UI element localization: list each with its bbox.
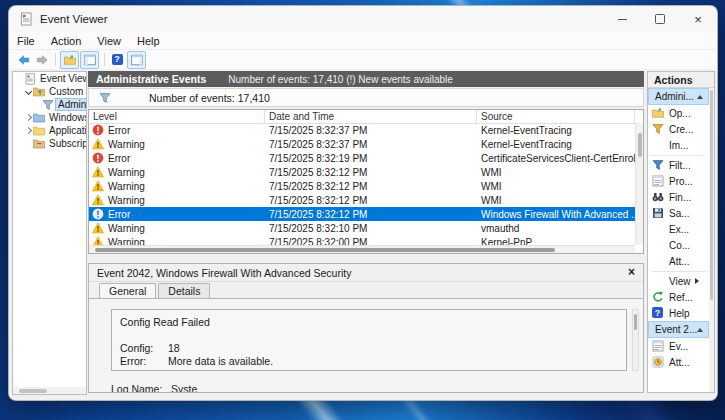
chevron-down-icon[interactable] [24, 87, 33, 96]
warning-icon [92, 222, 104, 234]
actions-item[interactable]: ?Help [648, 305, 709, 321]
event-row[interactable]: Warning7/15/2025 8:32:10 PMvmauthd [89, 221, 635, 235]
tree-item[interactable]: Event Viewer ( [13, 72, 86, 85]
actions-item[interactable]: Cre... [648, 121, 709, 137]
filter-blue-icon [652, 159, 664, 171]
chevron-spacer [33, 100, 42, 109]
event-description-box[interactable]: Config Read Failed Config:18Error:More d… [111, 309, 627, 371]
actions-pane: Actions Admini...Op...Cre...Im...Filt...… [647, 71, 715, 393]
tree-item[interactable]: Admin [13, 98, 86, 111]
actions-item-label: Att... [669, 357, 690, 368]
column-header-date[interactable]: Date and Time [265, 110, 477, 123]
actions-section-header[interactable]: Admini... [648, 88, 709, 105]
event-row[interactable]: Error7/15/2025 8:32:37 PMKernel-EventTra… [89, 123, 635, 137]
event-level-label: Warning [108, 139, 145, 150]
column-header-source[interactable]: Source [477, 110, 635, 123]
actions-item-label: Filt... [669, 160, 691, 171]
maximize-button[interactable] [641, 6, 679, 32]
actions-item[interactable]: Pro... [648, 173, 709, 189]
field-value: More data is available. [168, 355, 273, 368]
back-button[interactable] [15, 52, 32, 68]
event-row[interactable]: Error7/15/2025 8:32:19 PMCertificateServ… [89, 151, 635, 165]
actions-item[interactable]: Att... [648, 354, 709, 370]
event-list-horizontal-scrollbar[interactable] [89, 245, 635, 253]
console-tree-button[interactable] [80, 51, 99, 69]
event-date-cell: 7/15/2025 8:32:12 PM [265, 195, 477, 206]
actions-item[interactable]: Ev... [648, 338, 709, 354]
menu-help[interactable]: Help [129, 35, 168, 47]
filter-yellow-icon [652, 123, 664, 135]
event-level-cell: Error [89, 208, 265, 220]
actions-scroll-thumb[interactable] [710, 90, 713, 300]
event-row[interactable]: Warning7/15/2025 8:32:37 PMKernel-EventT… [89, 137, 635, 151]
minimize-button[interactable] [603, 6, 641, 32]
actions-scrollbar[interactable] [709, 88, 714, 392]
actions-item[interactable]: Op... [648, 105, 709, 121]
action-pane-button[interactable] [127, 51, 146, 69]
folder-views-icon [33, 86, 45, 98]
description-scrollbar[interactable] [632, 309, 639, 371]
tree-item[interactable]: Subscriptio [13, 137, 86, 150]
event-row[interactable]: Error7/15/2025 8:32:12 PMWindows Firewal… [89, 207, 635, 221]
event-source-cell: WMI [477, 167, 635, 178]
preview-pane: Event 2042, Windows Firewall With Advanc… [88, 263, 644, 393]
preview-close-button[interactable]: × [628, 265, 635, 279]
chevron-right-icon[interactable] [24, 113, 33, 122]
actions-item[interactable]: View [648, 273, 709, 289]
tree-item[interactable]: Custom Vi [13, 85, 86, 98]
open-folder-icon [652, 107, 664, 119]
event-row[interactable]: Warning7/15/2025 8:32:12 PMWMI [89, 193, 635, 207]
actions-item[interactable]: Sa... [648, 205, 709, 221]
actions-item[interactable]: Ref... [648, 289, 709, 305]
event-level-cell: Warning [89, 138, 265, 150]
warning-icon [92, 166, 104, 178]
warning-icon [92, 180, 104, 192]
help-button[interactable]: ? [109, 52, 126, 68]
actions-item[interactable]: Co... [648, 237, 709, 253]
actions-item[interactable]: Filt... [648, 157, 709, 173]
actions-item[interactable]: Ex... [648, 221, 709, 237]
tree-scroll-thumb[interactable] [19, 389, 47, 393]
actions-item[interactable]: Im... [648, 137, 709, 153]
actions-section-header[interactable]: Event 2... [648, 321, 709, 338]
menu-bar: FileActionViewHelp [9, 32, 717, 50]
collapse-arrow-icon[interactable] [697, 95, 703, 99]
title-bar[interactable]: Event Viewer × [9, 6, 717, 32]
event-row[interactable]: Warning7/15/2025 8:32:12 PMWMI [89, 165, 635, 179]
collapse-arrow-icon[interactable] [697, 328, 703, 332]
menu-view[interactable]: View [89, 35, 129, 47]
actions-item-label: Ref... [669, 292, 693, 303]
event-date-cell: 7/15/2025 8:32:12 PM [265, 209, 477, 220]
actions-item-label: Cre... [669, 124, 693, 135]
tree-item[interactable]: Windows L [13, 111, 86, 124]
blank-icon [652, 255, 664, 267]
description-scroll-thumb[interactable] [634, 314, 637, 330]
folder-logs-icon [33, 112, 45, 124]
column-header-level[interactable]: Level [89, 110, 265, 123]
forward-button[interactable] [33, 52, 50, 68]
blank-icon [652, 139, 664, 151]
preview-body: Config Read Failed Config:18Error:More d… [89, 298, 643, 392]
actions-item-label: Fin... [669, 192, 691, 203]
actions-item[interactable]: Fin... [648, 189, 709, 205]
error-icon [92, 124, 104, 136]
actions-item[interactable]: Att... [648, 253, 709, 269]
menu-action[interactable]: Action [43, 35, 90, 47]
tree-horizontal-scrollbar[interactable] [13, 387, 86, 394]
event-date-cell: 7/15/2025 8:32:37 PM [265, 125, 477, 136]
tree-item[interactable]: Applicatio [13, 124, 86, 137]
tree-item-label: Custom Vi [47, 86, 86, 97]
menu-file[interactable]: File [9, 35, 43, 47]
open-folder-button[interactable] [60, 51, 79, 69]
event-row[interactable]: Warning7/15/2025 8:32:12 PMWMI [89, 179, 635, 193]
tab-details[interactable]: Details [158, 283, 210, 299]
event-list-vertical-scrollbar[interactable] [635, 123, 643, 245]
horizontal-scroll-thumb[interactable] [95, 248, 555, 252]
forward-icon [36, 54, 48, 66]
vertical-scroll-thumb[interactable] [638, 133, 642, 157]
event-level-cell: Error [89, 152, 265, 164]
toolbar-separator [104, 53, 105, 66]
close-button[interactable]: × [679, 6, 717, 32]
close-icon: × [694, 13, 702, 26]
chevron-right-icon[interactable] [24, 126, 33, 135]
